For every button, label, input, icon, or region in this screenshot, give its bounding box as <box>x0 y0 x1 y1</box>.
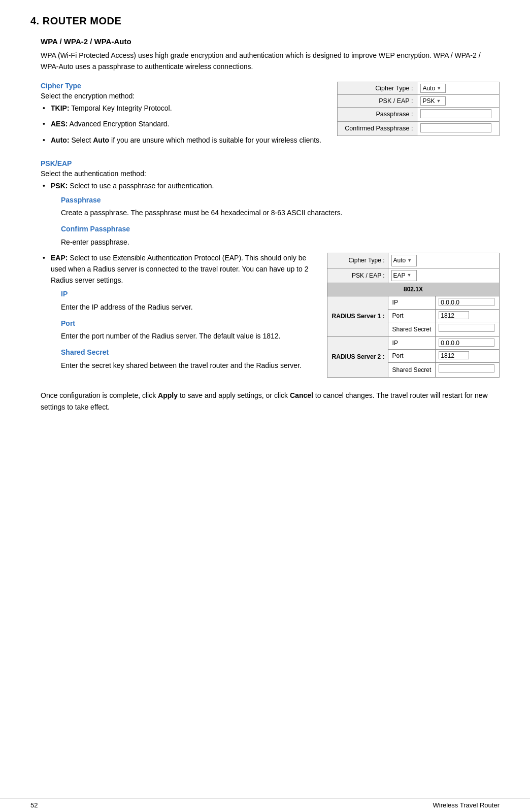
eap-bullet-label: EAP: <box>51 254 68 262</box>
eap-cipher-label: Cipher Type : <box>327 253 388 268</box>
cipher-type-bullets: TKIP: Temporal Key Integrity Protocol. A… <box>41 103 327 146</box>
psk-bullet: PSK: Select to use a passphrase for auth… <box>41 181 500 248</box>
confirm-passphrase-heading: Confirm Passphrase <box>61 224 500 235</box>
eap-text-col: EAP: Select to use Extensible Authentica… <box>51 253 317 371</box>
footer-product-name: Wireless Travel Router <box>433 801 500 809</box>
radius1-shared-input[interactable] <box>439 324 494 332</box>
port-desc: Enter the port number of the Radius serv… <box>61 331 317 342</box>
radius2-port-input-cell: 1812 <box>436 350 500 363</box>
aes-label: AES: <box>51 120 68 128</box>
eap-bullet: EAP: Select to use Extensible Authentica… <box>41 253 500 377</box>
cancel-bold: Cancel <box>290 391 313 399</box>
auto-label: Auto: <box>51 136 70 144</box>
radius2-port-label: Port <box>388 350 436 363</box>
ip-nested: IP Enter the IP address of the Radius se… <box>61 289 317 313</box>
page-title: 4. ROUTER MODE <box>30 15 500 27</box>
eap-radius-table: Cipher Type : Auto ▼ PSK <box>327 253 500 377</box>
ip-heading: IP <box>61 289 317 300</box>
bullet-tkip: TKIP: Temporal Key Integrity Protocol. <box>41 103 327 114</box>
cipher-type-table-wrap: Cipher Type : Auto ▼ PSK / EAP : P <box>337 82 500 136</box>
cipher-type-heading: Cipher Type <box>41 82 327 90</box>
confirm-passphrase-nested: Confirm Passphrase Re-enter passphrase. <box>61 224 500 248</box>
shared-secret-heading: Shared Secret <box>61 347 317 358</box>
psk-eap-desc: Select the authentication method: <box>41 170 500 178</box>
eap-psk-arrow: ▼ <box>407 272 412 279</box>
psk-select-arrow: ▼ <box>436 98 441 104</box>
bullet-auto: Auto: Select Auto if you are unsure whic… <box>41 135 327 146</box>
shared-secret-nested: Shared Secret Enter the secret key share… <box>61 347 317 371</box>
eap-cipher-arrow: ▼ <box>407 257 412 264</box>
eap-cipher-value-cell: Auto ▼ <box>388 253 499 268</box>
cipher-select-arrow: ▼ <box>437 86 441 91</box>
apply-bold: Apply <box>158 391 178 399</box>
cipher-type-table: Cipher Type : Auto ▼ PSK / EAP : P <box>337 82 500 136</box>
radius1-label: RADIUS Server 1 : <box>327 296 388 337</box>
cipher-type-desc: Select the encryption method: <box>41 92 327 100</box>
psk-bullet-text: Select to use a passphrase for authentic… <box>70 182 214 190</box>
eap-table-wrap: Cipher Type : Auto ▼ PSK <box>327 253 500 377</box>
confirmed-passphrase-input[interactable] <box>420 123 491 132</box>
eap-bullet-text: Select to use Extensible Authentication … <box>51 254 308 284</box>
radius2-shared-input[interactable] <box>439 364 494 373</box>
passphrase-nested-heading: Passphrase <box>61 195 500 206</box>
footer-page-number: 52 <box>30 801 38 809</box>
port-nested: Port Enter the port number of the Radius… <box>61 318 317 342</box>
eap-cipher-select[interactable]: Auto ▼ <box>391 255 417 266</box>
ip-desc: Enter the IP address of the Radius serve… <box>61 302 317 313</box>
802-header: 802.1X <box>327 283 500 296</box>
bottom-para: Once configuration is complete, click Ap… <box>41 390 500 413</box>
passphrase-input[interactable] <box>420 109 491 118</box>
radius1-ip-input-cell: 0.0.0.0 <box>436 296 500 310</box>
wpa-heading: WPA / WPA-2 / WPA-Auto <box>41 37 500 46</box>
psk-eap-heading: PSK/EAP <box>41 159 500 167</box>
cipher-type-value-cell: Auto ▼ <box>417 82 500 94</box>
cipher-type-label: Cipher Type : <box>338 82 417 94</box>
passphrase-nested-desc: Create a passphrase. The passphrase must… <box>61 208 500 219</box>
eap-psk-value-cell: EAP ▼ <box>388 268 499 283</box>
tkip-label: TKIP: <box>51 104 70 112</box>
bottom-para-before-apply: Once configuration is complete, click <box>41 391 158 399</box>
bullet-aes: AES: Advanced Encryption Standard. <box>41 119 327 130</box>
radius2-ip-input[interactable]: 0.0.0.0 <box>439 339 494 347</box>
radius2-ip-label: IP <box>388 336 436 350</box>
radius1-port-label: Port <box>388 309 436 322</box>
confirmed-passphrase-input-cell <box>417 121 500 136</box>
eap-psk-select[interactable]: EAP ▼ <box>391 270 417 282</box>
radius1-port-input[interactable]: 1812 <box>439 311 469 319</box>
radius2-shared-label: Shared Secret <box>388 363 436 378</box>
passphrase-nested: Passphrase Create a passphrase. The pass… <box>61 195 500 219</box>
radius2-shared-input-cell <box>436 363 500 378</box>
cipher-type-select[interactable]: Auto ▼ <box>420 84 446 93</box>
radius2-ip-input-cell: 0.0.0.0 <box>436 336 500 350</box>
wpa-intro: WPA (Wi-Fi Protected Access) uses high g… <box>41 50 500 73</box>
confirmed-passphrase-label: Confirmed Passphrase : <box>338 121 417 136</box>
psk-bullet-label: PSK: <box>51 182 68 190</box>
psk-eap-value-cell: PSK ▼ <box>417 94 500 107</box>
radius2-label: RADIUS Server 2 : <box>327 336 388 377</box>
eap-two-col: EAP: Select to use Extensible Authentica… <box>51 253 500 377</box>
radius1-ip-input[interactable]: 0.0.0.0 <box>439 298 494 306</box>
radius1-shared-label: Shared Secret <box>388 322 436 337</box>
bottom-para-after-apply: to save and apply settings, or click <box>178 391 290 399</box>
radius1-shared-input-cell <box>436 322 500 337</box>
eap-psk-label: PSK / EAP : <box>327 268 388 283</box>
psk-eap-label: PSK / EAP : <box>338 94 417 107</box>
radius1-ip-label: IP <box>388 296 436 310</box>
confirm-passphrase-desc: Re-enter passphrase. <box>61 237 500 248</box>
shared-secret-desc: Enter the secret key shared between the … <box>61 360 317 371</box>
psk-eap-select[interactable]: PSK ▼ <box>420 96 446 106</box>
radius2-port-input[interactable]: 1812 <box>439 351 469 359</box>
radius1-port-input-cell: 1812 <box>436 309 500 322</box>
psk-eap-list: PSK: Select to use a passphrase for auth… <box>41 181 500 378</box>
footer: 52 Wireless Travel Router <box>0 798 530 812</box>
passphrase-input-cell <box>417 107 500 121</box>
port-heading: Port <box>61 318 317 329</box>
passphrase-label: Passphrase : <box>338 107 417 121</box>
